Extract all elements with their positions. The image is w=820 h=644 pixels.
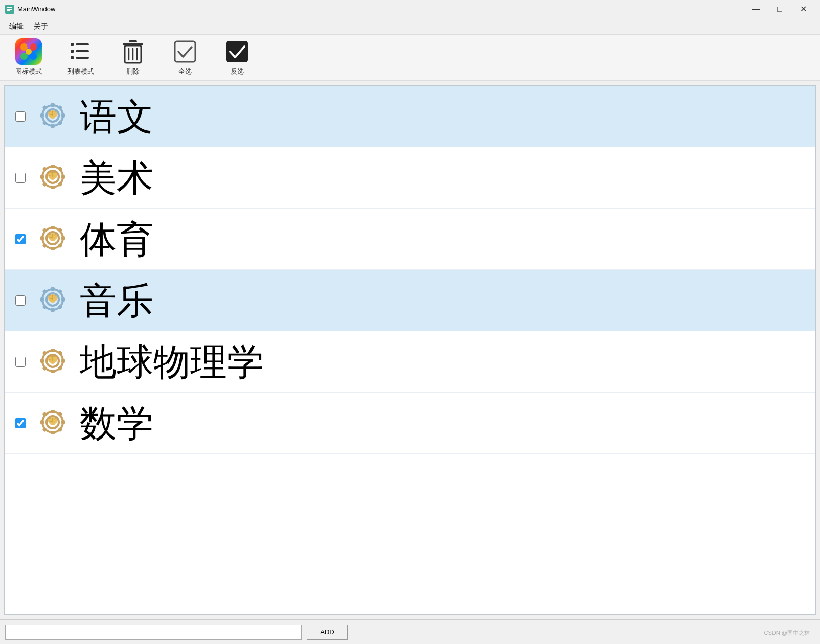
- svg-rect-43: [40, 175, 44, 179]
- list-item[interactable]: 数学: [5, 393, 815, 454]
- svg-rect-86: [51, 349, 55, 352]
- main-list[interactable]: 语文: [4, 85, 816, 615]
- svg-rect-44: [61, 175, 65, 179]
- gear-brain-icon: [36, 344, 72, 380]
- select-all-label: 全选: [178, 67, 192, 76]
- svg-rect-26: [51, 103, 55, 107]
- list-item-checkbox[interactable]: [15, 357, 26, 367]
- svg-rect-56: [51, 226, 55, 229]
- icon-mode-button[interactable]: 图标模式: [10, 35, 47, 79]
- svg-point-53: [50, 177, 55, 180]
- list-item-text: 音乐: [80, 282, 153, 319]
- add-input[interactable]: [5, 625, 302, 640]
- gear-brain-icon: [36, 221, 72, 257]
- maximize-button[interactable]: □: [768, 2, 791, 17]
- svg-rect-41: [51, 165, 55, 168]
- list-mode-icon: [67, 38, 94, 65]
- watermark: CSDN @国中之林: [764, 629, 810, 637]
- menu-item-about[interactable]: 关于: [29, 20, 53, 33]
- svg-rect-104: [61, 420, 65, 424]
- list-item-text: 体育: [80, 221, 153, 258]
- list-mode-button[interactable]: 列表模式: [62, 35, 99, 79]
- close-button[interactable]: ✕: [791, 2, 815, 17]
- svg-rect-90: [42, 350, 48, 355]
- svg-rect-14: [76, 57, 89, 59]
- svg-point-113: [50, 422, 55, 425]
- svg-rect-102: [51, 431, 55, 434]
- invert-label: 反选: [231, 67, 244, 76]
- gear-brain-icon: [36, 405, 72, 441]
- svg-rect-10: [76, 43, 89, 45]
- svg-rect-42: [51, 186, 55, 189]
- list-item[interactable]: 语文: [5, 86, 815, 147]
- list-item[interactable]: 美术: [5, 147, 815, 209]
- svg-point-38: [50, 116, 55, 119]
- svg-rect-30: [42, 105, 48, 110]
- list-item-checkbox[interactable]: [15, 234, 26, 244]
- svg-rect-89: [61, 359, 65, 363]
- svg-rect-72: [51, 308, 55, 312]
- svg-point-98: [50, 361, 55, 364]
- svg-rect-103: [40, 420, 44, 424]
- svg-rect-2: [7, 9, 12, 10]
- minimize-button[interactable]: —: [744, 2, 768, 17]
- svg-rect-45: [42, 166, 48, 171]
- svg-rect-17: [129, 40, 137, 42]
- list-item-checkbox[interactable]: [15, 295, 26, 306]
- svg-rect-27: [51, 124, 55, 128]
- bottom-bar: ADD CSDN @国中之林: [0, 619, 820, 644]
- window-title: MainWindow: [17, 5, 744, 13]
- list-item-text: 数学: [80, 405, 153, 442]
- svg-rect-28: [40, 113, 44, 118]
- svg-point-68: [50, 238, 55, 241]
- window-controls: — □ ✕: [744, 2, 815, 17]
- svg-rect-88: [40, 359, 44, 363]
- svg-rect-12: [76, 50, 89, 52]
- gear-brain-icon: [36, 283, 72, 318]
- invert-icon: [224, 38, 250, 65]
- icon-mode-icon: [15, 38, 42, 65]
- select-all-button[interactable]: 全选: [167, 35, 203, 79]
- svg-rect-71: [51, 287, 55, 291]
- svg-rect-60: [42, 227, 48, 233]
- list-item-checkbox[interactable]: [15, 111, 26, 122]
- menu-bar: 编辑 关于: [0, 18, 820, 35]
- svg-point-9: [27, 43, 31, 47]
- svg-rect-58: [40, 236, 44, 240]
- svg-rect-59: [61, 236, 65, 240]
- svg-rect-101: [51, 410, 55, 413]
- list-item-text: 语文: [80, 98, 153, 135]
- list-item[interactable]: 音乐: [5, 270, 815, 331]
- gear-brain-icon: [36, 160, 72, 196]
- toolbar: 图标模式 列表模式 删除: [0, 35, 820, 81]
- svg-rect-73: [40, 297, 44, 302]
- list-item-text: 地球物理学: [80, 343, 264, 380]
- svg-rect-13: [71, 50, 74, 53]
- svg-rect-87: [51, 370, 55, 373]
- list-item[interactable]: 地球物理学: [5, 331, 815, 393]
- svg-rect-74: [61, 297, 65, 302]
- add-button[interactable]: ADD: [307, 625, 348, 640]
- select-all-icon: [172, 38, 198, 65]
- title-bar: MainWindow — □ ✕: [0, 0, 820, 18]
- svg-rect-105: [42, 411, 48, 417]
- list-item-text: 美术: [80, 159, 153, 196]
- list-item-checkbox[interactable]: [15, 173, 26, 183]
- svg-rect-29: [61, 113, 65, 118]
- svg-rect-11: [71, 43, 74, 46]
- list-mode-label: 列表模式: [67, 67, 94, 76]
- svg-rect-75: [42, 289, 48, 294]
- list-item-checkbox[interactable]: [15, 418, 26, 428]
- delete-icon: [120, 38, 146, 65]
- app-icon: [5, 5, 14, 14]
- svg-rect-3: [7, 10, 10, 11]
- svg-point-83: [50, 300, 55, 303]
- svg-rect-1: [7, 7, 12, 8]
- delete-label: 删除: [126, 67, 140, 76]
- invert-button[interactable]: 反选: [219, 35, 256, 79]
- list-item[interactable]: 体育: [5, 209, 815, 270]
- gear-brain-icon: [36, 99, 72, 134]
- icon-mode-label: 图标模式: [15, 67, 42, 76]
- delete-button[interactable]: 删除: [115, 35, 151, 79]
- menu-item-edit[interactable]: 编辑: [4, 20, 29, 33]
